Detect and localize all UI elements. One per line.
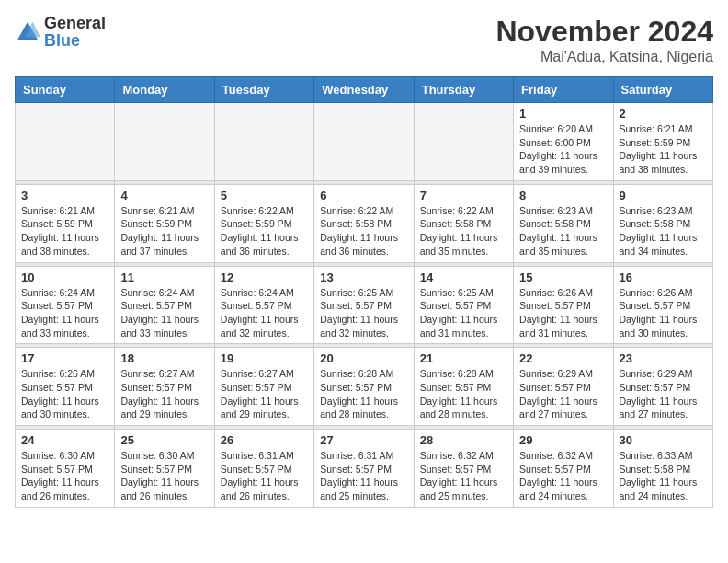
- day-number: 27: [320, 433, 407, 447]
- day-info: Sunrise: 6:24 AM Sunset: 5:57 PM Dayligh…: [120, 287, 199, 339]
- calendar-cell: 18Sunrise: 6:27 AM Sunset: 5:57 PM Dayli…: [115, 348, 214, 426]
- day-info: Sunrise: 6:25 AM Sunset: 5:57 PM Dayligh…: [320, 287, 398, 339]
- calendar-week-2: 3Sunrise: 6:21 AM Sunset: 5:59 PM Daylig…: [16, 184, 713, 262]
- calendar-cell: 20Sunrise: 6:28 AM Sunset: 5:57 PM Dayli…: [314, 348, 414, 426]
- calendar-cell: 30Sunrise: 6:33 AM Sunset: 5:58 PM Dayli…: [613, 430, 712, 508]
- day-number: 8: [519, 189, 607, 202]
- calendar-cell: 2Sunrise: 6:21 AM Sunset: 5:59 PM Daylig…: [613, 103, 712, 181]
- day-number: 19: [221, 351, 308, 365]
- calendar-cell: 4Sunrise: 6:21 AM Sunset: 5:59 PM Daylig…: [115, 184, 214, 262]
- day-number: 25: [120, 433, 208, 447]
- day-number: 21: [420, 351, 507, 365]
- day-info: Sunrise: 6:26 AM Sunset: 5:57 PM Dayligh…: [519, 287, 597, 339]
- day-info: Sunrise: 6:21 AM Sunset: 5:59 PM Dayligh…: [620, 123, 698, 175]
- calendar-cell: 8Sunrise: 6:23 AM Sunset: 5:58 PM Daylig…: [514, 184, 613, 262]
- day-number: 30: [620, 433, 707, 447]
- calendar-cell: [115, 103, 214, 181]
- title-area: November 2024 Mai'Adua, Katsina, Nigeria: [495, 15, 713, 65]
- day-header-wednesday: Wednesday: [314, 77, 414, 103]
- day-header-monday: Monday: [115, 77, 214, 103]
- calendar-title: November 2024: [495, 15, 713, 49]
- calendar-cell: [16, 103, 115, 181]
- day-info: Sunrise: 6:25 AM Sunset: 5:57 PM Dayligh…: [420, 287, 498, 339]
- calendar-cell: 1Sunrise: 6:20 AM Sunset: 6:00 PM Daylig…: [514, 103, 613, 181]
- calendar-cell: 21Sunrise: 6:28 AM Sunset: 5:57 PM Dayli…: [414, 348, 513, 426]
- day-number: 12: [221, 270, 308, 284]
- calendar-week-4: 17Sunrise: 6:26 AM Sunset: 5:57 PM Dayli…: [16, 348, 713, 426]
- day-info: Sunrise: 6:28 AM Sunset: 5:57 PM Dayligh…: [420, 368, 498, 419]
- day-number: 23: [620, 351, 707, 365]
- calendar-cell: 27Sunrise: 6:31 AM Sunset: 5:57 PM Dayli…: [314, 430, 414, 508]
- day-header-tuesday: Tuesday: [214, 77, 313, 103]
- day-info: Sunrise: 6:26 AM Sunset: 5:57 PM Dayligh…: [21, 368, 99, 419]
- day-info: Sunrise: 6:29 AM Sunset: 5:57 PM Dayligh…: [620, 368, 698, 419]
- calendar-cell: 14Sunrise: 6:25 AM Sunset: 5:57 PM Dayli…: [414, 266, 513, 344]
- day-number: 6: [320, 189, 407, 202]
- day-number: 15: [519, 270, 607, 284]
- calendar-cell: [314, 103, 414, 181]
- calendar-table: SundayMondayTuesdayWednesdayThursdayFrid…: [15, 76, 713, 508]
- day-number: 13: [320, 270, 407, 284]
- logo-blue-text: Blue: [44, 31, 80, 50]
- day-number: 4: [120, 189, 208, 202]
- calendar-cell: [414, 103, 513, 181]
- logo-icon: [15, 19, 40, 45]
- day-header-saturday: Saturday: [613, 77, 712, 103]
- day-number: 24: [21, 433, 108, 447]
- day-info: Sunrise: 6:28 AM Sunset: 5:57 PM Dayligh…: [320, 368, 398, 419]
- calendar-cell: 10Sunrise: 6:24 AM Sunset: 5:57 PM Dayli…: [16, 266, 115, 344]
- calendar-cell: 15Sunrise: 6:26 AM Sunset: 5:57 PM Dayli…: [514, 266, 613, 344]
- day-info: Sunrise: 6:32 AM Sunset: 5:57 PM Dayligh…: [519, 450, 597, 501]
- day-number: 5: [221, 189, 308, 202]
- day-info: Sunrise: 6:27 AM Sunset: 5:57 PM Dayligh…: [120, 368, 199, 419]
- day-info: Sunrise: 6:24 AM Sunset: 5:57 PM Dayligh…: [221, 287, 299, 339]
- calendar-cell: 11Sunrise: 6:24 AM Sunset: 5:57 PM Dayli…: [115, 266, 214, 344]
- day-info: Sunrise: 6:31 AM Sunset: 5:57 PM Dayligh…: [320, 450, 398, 501]
- day-info: Sunrise: 6:24 AM Sunset: 5:57 PM Dayligh…: [21, 287, 99, 339]
- calendar-cell: 16Sunrise: 6:26 AM Sunset: 5:57 PM Dayli…: [613, 266, 712, 344]
- calendar-cell: 26Sunrise: 6:31 AM Sunset: 5:57 PM Dayli…: [214, 430, 313, 508]
- day-number: 11: [120, 270, 208, 284]
- day-info: Sunrise: 6:31 AM Sunset: 5:57 PM Dayligh…: [221, 450, 299, 501]
- logo: General Blue: [15, 15, 106, 50]
- day-info: Sunrise: 6:32 AM Sunset: 5:57 PM Dayligh…: [420, 450, 498, 501]
- calendar-week-5: 24Sunrise: 6:30 AM Sunset: 5:57 PM Dayli…: [16, 430, 713, 508]
- day-info: Sunrise: 6:21 AM Sunset: 5:59 PM Dayligh…: [21, 205, 99, 257]
- day-info: Sunrise: 6:26 AM Sunset: 5:57 PM Dayligh…: [620, 287, 698, 339]
- day-info: Sunrise: 6:23 AM Sunset: 5:58 PM Dayligh…: [620, 205, 698, 257]
- day-info: Sunrise: 6:22 AM Sunset: 5:58 PM Dayligh…: [420, 205, 498, 257]
- day-info: Sunrise: 6:27 AM Sunset: 5:57 PM Dayligh…: [221, 368, 299, 419]
- day-number: 9: [620, 189, 707, 202]
- calendar-cell: 5Sunrise: 6:22 AM Sunset: 5:59 PM Daylig…: [214, 184, 313, 262]
- day-number: 28: [420, 433, 507, 447]
- calendar-cell: 19Sunrise: 6:27 AM Sunset: 5:57 PM Dayli…: [214, 348, 313, 426]
- day-info: Sunrise: 6:22 AM Sunset: 5:58 PM Dayligh…: [320, 205, 398, 257]
- day-info: Sunrise: 6:30 AM Sunset: 5:57 PM Dayligh…: [120, 450, 199, 501]
- calendar-cell: 13Sunrise: 6:25 AM Sunset: 5:57 PM Dayli…: [314, 266, 414, 344]
- day-number: 10: [21, 270, 108, 284]
- calendar-subtitle: Mai'Adua, Katsina, Nigeria: [495, 49, 713, 65]
- calendar-cell: 3Sunrise: 6:21 AM Sunset: 5:59 PM Daylig…: [16, 184, 115, 262]
- calendar-cell: 17Sunrise: 6:26 AM Sunset: 5:57 PM Dayli…: [16, 348, 115, 426]
- day-number: 14: [420, 270, 507, 284]
- day-number: 26: [221, 433, 308, 447]
- day-number: 2: [620, 107, 707, 121]
- calendar-cell: 7Sunrise: 6:22 AM Sunset: 5:58 PM Daylig…: [414, 184, 513, 262]
- logo-general-text: General: [44, 14, 106, 32]
- calendar-cell: 12Sunrise: 6:24 AM Sunset: 5:57 PM Dayli…: [214, 266, 313, 344]
- calendar-cell: 6Sunrise: 6:22 AM Sunset: 5:58 PM Daylig…: [314, 184, 414, 262]
- day-info: Sunrise: 6:29 AM Sunset: 5:57 PM Dayligh…: [519, 368, 597, 419]
- day-number: 17: [21, 351, 108, 365]
- day-number: 3: [21, 189, 108, 202]
- day-header-sunday: Sunday: [16, 77, 115, 103]
- day-number: 20: [320, 351, 407, 365]
- page-header: General Blue November 2024 Mai'Adua, Kat…: [15, 15, 713, 65]
- calendar-cell: 22Sunrise: 6:29 AM Sunset: 5:57 PM Dayli…: [514, 348, 613, 426]
- day-number: 29: [519, 433, 607, 447]
- day-number: 18: [120, 351, 208, 365]
- calendar-cell: 24Sunrise: 6:30 AM Sunset: 5:57 PM Dayli…: [16, 430, 115, 508]
- day-number: 7: [420, 189, 507, 202]
- calendar-week-1: 1Sunrise: 6:20 AM Sunset: 6:00 PM Daylig…: [16, 103, 713, 181]
- day-info: Sunrise: 6:23 AM Sunset: 5:58 PM Dayligh…: [519, 205, 597, 257]
- calendar-cell: 29Sunrise: 6:32 AM Sunset: 5:57 PM Dayli…: [514, 430, 613, 508]
